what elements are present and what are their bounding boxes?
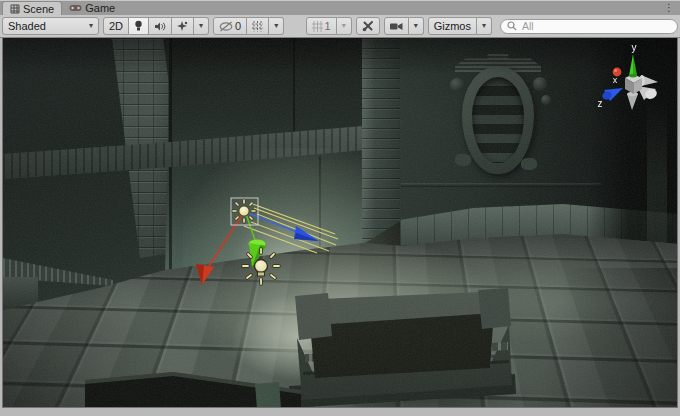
grid-visibility-toggle[interactable] [247, 17, 269, 35]
tab-scene-label: Scene [23, 3, 54, 15]
search-field[interactable] [500, 19, 678, 34]
axis-cone-gray-right [639, 75, 658, 86]
shading-mode-label: Shaded [8, 20, 46, 32]
scene-audio-toggle[interactable] [149, 17, 172, 35]
search-icon [507, 21, 517, 31]
unity-scene-window: Scene Game ⋮ Shaded ▾ 2D ▾ [0, 0, 680, 416]
gizmo-overlay: y x z [3, 38, 678, 408]
grid-dropdown[interactable]: ▾ [269, 17, 284, 35]
chevron-down-icon: ▾ [342, 22, 346, 30]
chevron-down-icon: ▾ [482, 22, 486, 30]
effects-dropdown[interactable]: ▾ [194, 17, 209, 35]
chevron-down-icon: ▾ [199, 22, 203, 30]
axis-y-label: y [632, 42, 637, 53]
chevron-down-icon: ▾ [89, 22, 93, 30]
chevron-down-icon: ▾ [274, 22, 278, 30]
tab-game[interactable]: Game [62, 1, 122, 15]
grid-icon [252, 21, 263, 32]
hidden-objects-count: 0 [235, 20, 241, 32]
toggle-2d-button[interactable]: 2D [103, 17, 129, 35]
video-camera-icon [390, 22, 403, 31]
translate-arrow-blue [248, 213, 319, 241]
toggle-2d-label: 2D [109, 20, 123, 32]
effects-toggle[interactable] [172, 17, 194, 35]
effects-icon [177, 21, 188, 32]
scene-lighting-toggle[interactable] [129, 17, 149, 35]
scene-orientation-gizmo[interactable]: y x z [598, 42, 659, 110]
scene-viewport[interactable]: y x z [2, 38, 678, 408]
chevron-down-icon: ▾ [414, 22, 418, 30]
camera-preview-dropdown[interactable]: ▾ [337, 17, 352, 35]
axis-z-cone [601, 88, 623, 101]
gamepad-icon [69, 4, 82, 12]
axis-x-label: x [613, 75, 618, 85]
axis-cone-gray-down [627, 92, 638, 110]
wrench-icon [362, 20, 374, 32]
point-light-gizmo [243, 249, 279, 284]
axis-y-cone [629, 54, 637, 78]
scene-toolbar: Shaded ▾ 2D ▾ 0 ▾ [0, 15, 680, 38]
kebab-menu-icon[interactable]: ⋮ [664, 4, 674, 12]
scene-camera-dropdown[interactable]: ▾ [409, 17, 424, 35]
camera-overlay-count: 1 [325, 20, 331, 32]
eye-slash-icon [219, 21, 233, 32]
scene-visibility-toggle[interactable]: 0 [213, 17, 247, 35]
directional-light-gizmo [231, 198, 258, 225]
translate-arrow-green [246, 214, 266, 267]
tab-bar: Scene Game ⋮ [0, 0, 680, 15]
gizmos-dropdown[interactable]: ▾ [477, 17, 492, 35]
axis-z-label: z [598, 98, 603, 109]
camera-preview-toggle[interactable]: 1 [306, 17, 337, 35]
search-input[interactable] [520, 19, 671, 33]
gizmos-button[interactable]: Gizmos [428, 17, 477, 35]
lightbulb-icon [134, 20, 143, 32]
grid-faded-icon [312, 21, 323, 32]
tab-scene[interactable]: Scene [2, 1, 62, 15]
editor-tools-button[interactable] [356, 17, 380, 35]
tab-game-label: Game [85, 2, 115, 14]
gizmos-label: Gizmos [434, 20, 471, 32]
scene-camera-button[interactable] [384, 17, 409, 35]
scene-grid-icon [10, 4, 20, 14]
shading-mode-dropdown[interactable]: Shaded ▾ [2, 17, 99, 35]
speaker-icon [154, 21, 166, 32]
